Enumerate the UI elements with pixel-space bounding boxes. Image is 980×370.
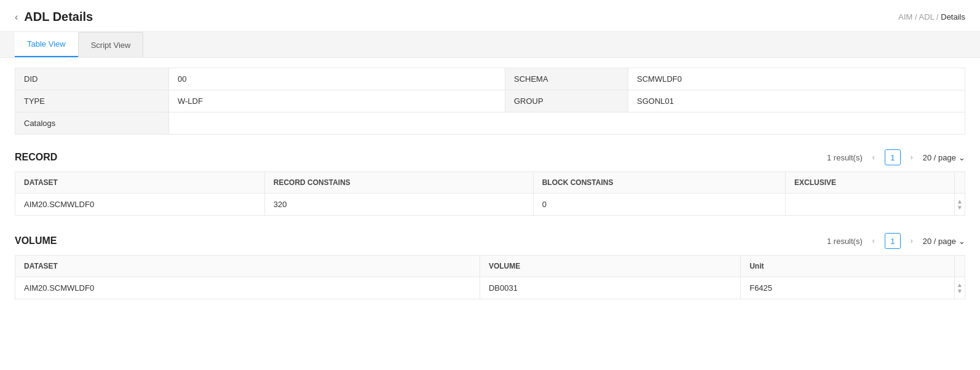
- breadcrumb-aim[interactable]: AIM: [898, 12, 912, 22]
- breadcrumb-adl[interactable]: ADL: [919, 12, 935, 22]
- volume-section-title: VOLUME: [15, 235, 57, 246]
- page-header: ‹ ADL Details AIM / ADL / Details: [0, 0, 980, 32]
- volume-col-volume: VOLUME: [480, 256, 740, 277]
- record-col-exclusive: EXCLUSIVE: [786, 172, 955, 194]
- volume-per-page[interactable]: 20 / page ⌄: [923, 237, 965, 246]
- record-section: RECORD 1 result(s) ‹ 1 › 20 / page ⌄ DAT…: [15, 149, 965, 216]
- volume-section: VOLUME 1 result(s) ‹ 1 › 20 / page ⌄ DAT…: [15, 233, 965, 299]
- volume-results-text: 1 result(s): [827, 237, 863, 246]
- type-label: TYPE: [15, 90, 169, 112]
- table-row: AIM20.SCMWLDF0 320 0 ▲ ▼: [15, 194, 965, 216]
- record-scrollbar[interactable]: ▲ ▼: [955, 194, 965, 216]
- volume-row-volume: DB0031: [480, 277, 740, 299]
- record-section-header: RECORD 1 result(s) ‹ 1 › 20 / page ⌄: [15, 149, 965, 165]
- record-row-block-constains: 0: [533, 194, 785, 216]
- group-label: GROUP: [505, 90, 628, 112]
- header-left: ‹ ADL Details: [15, 10, 93, 24]
- info-row-catalogs: Catalogs: [15, 112, 965, 134]
- record-row-record-constains: 320: [264, 194, 533, 216]
- record-col-dataset: DATASET: [15, 172, 265, 194]
- volume-scrollbar[interactable]: ▲ ▼: [955, 277, 965, 299]
- breadcrumb: AIM / ADL / Details: [898, 12, 965, 22]
- group-value: SGONL01: [628, 90, 965, 112]
- tab-table-view[interactable]: Table View: [15, 32, 78, 57]
- record-per-page[interactable]: 20 / page ⌄: [923, 153, 965, 162]
- record-col-block-constains: BLOCK CONSTAINS: [533, 172, 785, 194]
- record-row-exclusive: [786, 194, 955, 216]
- main-content: DID 00 SCHEMA SCMWLDF0 TYPE W-LDF GROUP …: [0, 58, 980, 326]
- schema-value: SCMWLDF0: [628, 68, 965, 90]
- catalogs-value: [169, 112, 965, 134]
- type-value: W-LDF: [169, 90, 505, 112]
- volume-row-unit: F6425: [741, 277, 955, 299]
- info-row-type: TYPE W-LDF GROUP SGONL01: [15, 90, 965, 112]
- record-scroll-header: [955, 172, 965, 194]
- back-button[interactable]: ‹: [15, 12, 18, 23]
- record-section-title: RECORD: [15, 152, 57, 163]
- volume-table-header-row: DATASET VOLUME Unit: [15, 256, 965, 277]
- volume-page-num[interactable]: 1: [885, 233, 901, 249]
- breadcrumb-details: Details: [941, 12, 965, 22]
- record-results-text: 1 result(s): [827, 153, 863, 162]
- catalogs-label: Catalogs: [15, 112, 169, 134]
- record-col-record-constains: RECORD CONSTAINS: [264, 172, 533, 194]
- scroll-down-arrow[interactable]: ▼: [957, 205, 963, 211]
- volume-row-dataset: AIM20.SCMWLDF0: [15, 277, 480, 299]
- tabs-container: Table View Script View: [0, 32, 980, 58]
- per-page-arrow: ⌄: [958, 153, 965, 162]
- record-prev-btn[interactable]: ‹: [866, 150, 881, 165]
- did-value: 00: [169, 68, 505, 90]
- volume-next-btn[interactable]: ›: [904, 234, 919, 248]
- record-page-num[interactable]: 1: [885, 149, 901, 165]
- table-row: AIM20.SCMWLDF0 DB0031 F6425 ▲ ▼: [15, 277, 965, 299]
- volume-col-dataset: DATASET: [15, 256, 480, 277]
- volume-table: DATASET VOLUME Unit AIM20.SCMWLDF0 DB003…: [15, 255, 965, 299]
- volume-prev-btn[interactable]: ‹: [866, 234, 881, 248]
- info-row-did: DID 00 SCHEMA SCMWLDF0: [15, 68, 965, 90]
- volume-scroll-up-arrow[interactable]: ▲: [957, 282, 963, 288]
- record-table-header-row: DATASET RECORD CONSTAINS BLOCK CONSTAINS…: [15, 172, 965, 194]
- record-row-dataset: AIM20.SCMWLDF0: [15, 194, 265, 216]
- schema-label: SCHEMA: [505, 68, 628, 90]
- record-next-btn[interactable]: ›: [904, 150, 919, 165]
- did-label: DID: [15, 68, 169, 90]
- volume-col-unit: Unit: [741, 256, 955, 277]
- volume-scroll-header: [955, 256, 965, 277]
- page-title: ADL Details: [24, 10, 93, 24]
- info-grid: DID 00 SCHEMA SCMWLDF0 TYPE W-LDF GROUP …: [15, 68, 965, 135]
- volume-per-page-arrow: ⌄: [958, 237, 965, 246]
- volume-scroll-down-arrow[interactable]: ▼: [957, 288, 963, 294]
- tab-script-view[interactable]: Script View: [78, 32, 144, 57]
- volume-section-header: VOLUME 1 result(s) ‹ 1 › 20 / page ⌄: [15, 233, 965, 249]
- record-pagination: 1 result(s) ‹ 1 › 20 / page ⌄: [827, 149, 965, 165]
- volume-pagination: 1 result(s) ‹ 1 › 20 / page ⌄: [827, 233, 965, 249]
- scroll-up-arrow[interactable]: ▲: [957, 199, 963, 205]
- record-table: DATASET RECORD CONSTAINS BLOCK CONSTAINS…: [15, 171, 965, 216]
